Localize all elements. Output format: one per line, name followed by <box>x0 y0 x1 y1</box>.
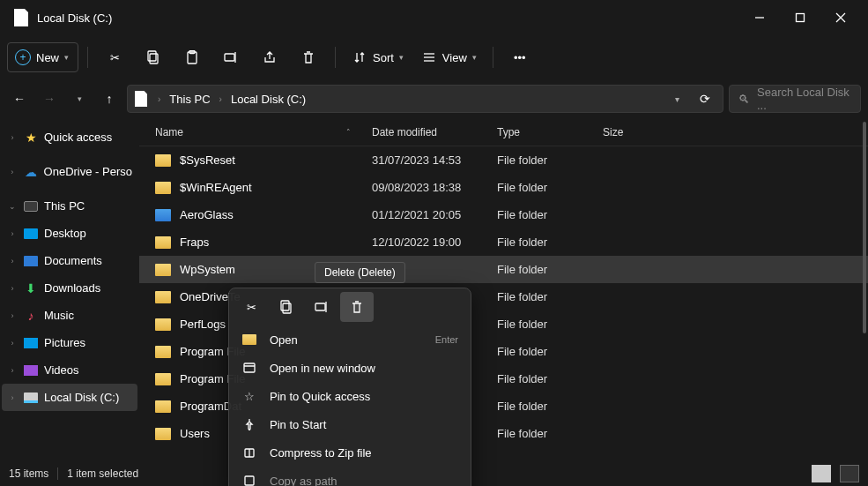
sidebar-label: Downloads <box>44 281 100 295</box>
scissors-icon: ✂ <box>247 301 256 314</box>
file-name: $SysReset <box>180 153 372 167</box>
refresh-button[interactable]: ⟳ <box>693 92 717 106</box>
file-type: File folder <box>497 208 603 221</box>
file-row[interactable]: Fraps12/10/2022 19:00File folder <box>139 228 868 256</box>
file-row[interactable]: $WinREAgent09/08/2023 18:38File folder <box>139 174 868 201</box>
forward-button[interactable]: → <box>37 85 62 113</box>
sidebar-music[interactable]: › ♪ Music <box>2 302 137 329</box>
cloud-icon: ☁ <box>23 164 39 180</box>
recent-button[interactable]: ▾ <box>67 85 92 113</box>
window-title: Local Disk (C:) <box>37 11 112 25</box>
svg-rect-1 <box>797 14 805 22</box>
sidebar-this-pc[interactable]: ⌄ This PC <box>2 192 137 220</box>
share-button[interactable] <box>252 42 287 72</box>
delete-button[interactable] <box>291 42 326 72</box>
sidebar-downloads[interactable]: › ⬇ Downloads <box>2 274 137 302</box>
ctx-compress-zip[interactable]: Compress to Zip file <box>229 438 471 467</box>
svg-rect-15 <box>315 303 325 310</box>
chevron-down-icon: ▾ <box>64 53 69 62</box>
breadcrumb-root[interactable]: This PC <box>166 89 213 109</box>
sidebar-documents[interactable]: › Documents <box>2 247 137 274</box>
folder-icon <box>241 334 257 345</box>
sidebar-quick-access[interactable]: › ★ Quick access <box>2 123 137 151</box>
chevron-right-icon: › <box>7 366 18 375</box>
sidebar-local-disk[interactable]: › Local Disk (C:) <box>2 384 137 411</box>
ctx-label: Pin to Quick access <box>270 390 458 403</box>
sidebar-label: OneDrive - Perso <box>44 165 132 178</box>
new-button[interactable]: + New ▾ <box>7 42 78 72</box>
file-type: File folder <box>497 400 603 413</box>
status-item-count: 15 items <box>9 467 48 480</box>
file-type: File folder <box>497 236 603 249</box>
scissors-icon: ✂ <box>107 49 122 65</box>
cut-button[interactable]: ✂ <box>97 42 132 72</box>
minimize-button[interactable] <box>739 4 780 32</box>
ctx-open-new-window[interactable]: Open in new window <box>229 354 471 382</box>
file-type: File folder <box>497 181 603 194</box>
search-input[interactable]: 🔍︎ Search Local Disk ... <box>729 85 861 113</box>
chevron-right-icon: › <box>7 133 18 142</box>
file-type: File folder <box>497 345 603 358</box>
ctx-copy-path[interactable]: Copy as path <box>229 467 471 486</box>
search-placeholder: Search Local Disk ... <box>757 86 851 112</box>
file-row[interactable]: WpSystemFile folder <box>139 256 868 283</box>
up-button[interactable]: ↑ <box>97 85 122 113</box>
folder-icon <box>155 346 171 358</box>
scrollbar[interactable] <box>863 122 866 333</box>
download-icon: ⬇ <box>23 280 39 296</box>
details-view-button[interactable] <box>812 465 831 482</box>
address-bar[interactable]: › This PC › Local Disk (C:) ▾ ⟳ <box>127 85 723 113</box>
sidebar-label: Local Disk (C:) <box>44 391 119 404</box>
copy-button[interactable] <box>136 42 171 72</box>
paste-button[interactable] <box>174 42 210 72</box>
ctx-pin-quick-access[interactable]: ☆ Pin to Quick access <box>229 382 471 410</box>
breadcrumb-current[interactable]: Local Disk (C:) <box>227 89 309 109</box>
chevron-right-icon: › <box>7 339 18 348</box>
share-icon <box>262 49 278 65</box>
large-icons-view-button[interactable] <box>840 465 859 482</box>
file-type: File folder <box>497 290 603 303</box>
column-date[interactable]: Date modified <box>372 126 497 138</box>
column-type[interactable]: Type <box>497 126 603 138</box>
ctx-delete-button[interactable] <box>340 292 374 322</box>
rename-button[interactable] <box>213 42 249 72</box>
svg-rect-21 <box>245 476 254 485</box>
ctx-label: Pin to Start <box>270 418 458 431</box>
sidebar-label: Documents <box>44 254 102 267</box>
pin-icon: ☆ <box>241 390 257 403</box>
clipboard-icon <box>184 49 200 65</box>
star-icon: ★ <box>23 130 39 146</box>
ctx-copy-button[interactable] <box>270 292 303 322</box>
ctx-rename-button[interactable] <box>305 292 338 322</box>
file-type: File folder <box>497 372 603 385</box>
sidebar: › ★ Quick access › ☁ OneDrive - Perso ⌄ … <box>0 118 139 470</box>
ctx-pin-start[interactable]: Pin to Start <box>229 410 471 438</box>
more-button[interactable]: ••• <box>502 42 538 72</box>
ctx-open[interactable]: Open Enter <box>229 325 471 354</box>
sidebar-videos[interactable]: › Videos <box>2 356 137 384</box>
file-row[interactable]: AeroGlass01/12/2021 20:05File folder <box>139 201 868 228</box>
folder-icon <box>155 318 171 331</box>
address-history-button[interactable]: ▾ <box>664 94 689 104</box>
ctx-label: Compress to Zip file <box>270 446 458 460</box>
ctx-cut-button[interactable]: ✂ <box>234 292 268 322</box>
back-button[interactable]: ← <box>7 85 32 113</box>
sort-button[interactable]: Sort ▾ <box>345 42 411 72</box>
sidebar-pictures[interactable]: › Pictures <box>2 329 137 356</box>
sidebar-label: Pictures <box>44 336 85 349</box>
sidebar-desktop[interactable]: › Desktop <box>2 220 137 247</box>
search-icon: 🔍︎ <box>738 93 750 106</box>
videos-icon <box>23 363 39 378</box>
chevron-down-icon: ▾ <box>399 53 404 62</box>
file-row[interactable]: $SysReset31/07/2023 14:53File folder <box>139 146 868 174</box>
close-button[interactable] <box>820 4 861 32</box>
maximize-button[interactable] <box>780 4 820 32</box>
view-label: View <box>442 51 467 64</box>
column-size[interactable]: Size <box>603 126 868 138</box>
view-button[interactable]: View ▾ <box>414 42 484 72</box>
chevron-right-icon: › <box>7 229 18 238</box>
column-name[interactable]: Name˄ <box>155 126 372 138</box>
disk-icon <box>23 390 39 406</box>
folder-icon <box>155 428 171 440</box>
sidebar-onedrive[interactable]: › ☁ OneDrive - Perso <box>2 158 137 185</box>
